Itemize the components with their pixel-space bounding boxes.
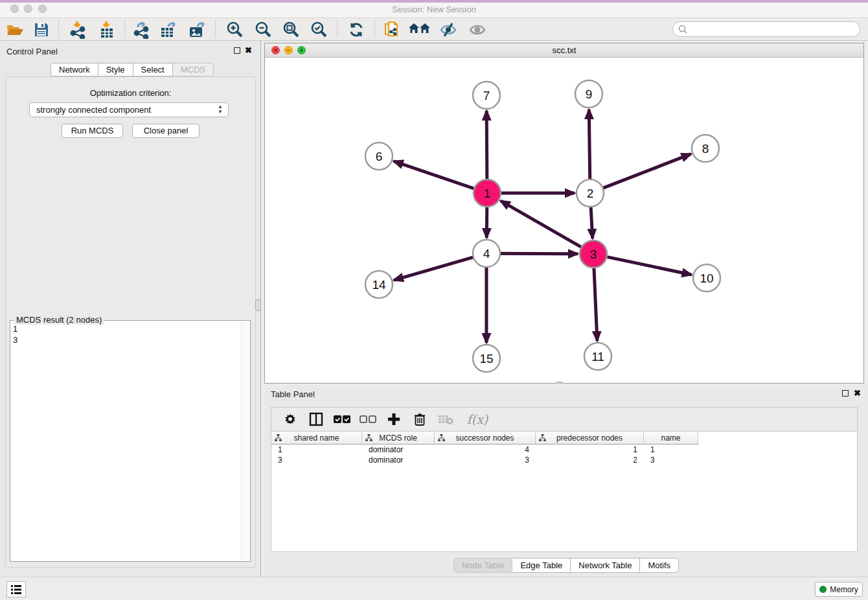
cell-predecessor-nodes[interactable]: 1 <box>536 444 644 455</box>
close-panel-button[interactable]: Close panel <box>132 124 200 138</box>
result-scrollbar[interactable] <box>241 322 249 560</box>
first-neighbors-button[interactable] <box>408 19 431 40</box>
edge-1-6[interactable] <box>394 161 474 189</box>
tab-node-table[interactable]: Node Table <box>453 558 513 573</box>
column-header-predecessor-nodes[interactable]: predecessor nodes <box>536 432 644 444</box>
network-resize-handle[interactable] <box>556 382 563 384</box>
delete-table-button[interactable] <box>437 411 454 428</box>
node-label-4: 4 <box>483 247 490 260</box>
export-network-icon <box>133 21 151 39</box>
tab-edge-table[interactable]: Edge Table <box>512 558 571 573</box>
open-session-button[interactable] <box>3 19 27 40</box>
hide-selected-button[interactable] <box>437 19 460 40</box>
tab-select[interactable]: Select <box>133 63 173 76</box>
zoom-in-icon <box>225 21 244 39</box>
table-tabs: Node TableEdge TableNetwork TableMotifs <box>264 558 868 573</box>
delete-column-button[interactable] <box>411 411 428 428</box>
column-label: MCDS role <box>379 433 417 443</box>
column-header-name[interactable]: name <box>644 432 698 444</box>
network-window-titlebar[interactable]: × − + scc.txt <box>265 43 863 58</box>
zoom-fit-button[interactable] <box>279 19 303 40</box>
select-all-button[interactable] <box>334 411 350 428</box>
cell-MCDS-role[interactable]: dominator <box>362 455 435 465</box>
toggle-panes-button[interactable] <box>308 411 325 428</box>
edge-3-1[interactable] <box>501 201 582 248</box>
cell-successor-nodes[interactable]: 3 <box>435 455 536 465</box>
import-network-button[interactable] <box>67 19 90 40</box>
edge-1-7[interactable] <box>486 111 487 179</box>
export-network-button[interactable] <box>130 19 154 40</box>
tab-style[interactable]: Style <box>98 63 133 76</box>
optimization-criterion-select[interactable]: strongly connected component ▲▼ <box>29 102 229 117</box>
cell-MCDS-role[interactable]: dominator <box>362 444 435 455</box>
cell-name[interactable]: 3 <box>644 455 698 465</box>
edge-3-10[interactable] <box>607 257 692 275</box>
tab-network[interactable]: Network <box>51 63 98 76</box>
tab-mcds[interactable]: MCDS <box>173 63 214 76</box>
deselect-all-button[interactable] <box>360 411 376 428</box>
edge-2-9[interactable] <box>589 110 589 179</box>
zoom-selected-button[interactable] <box>307 19 330 40</box>
network-canvas-svg[interactable]: 7968124314101511 <box>265 58 863 383</box>
cell-name[interactable]: 1 <box>644 444 698 455</box>
edge-4-14[interactable] <box>394 257 474 281</box>
tab-network-table[interactable]: Network Table <box>571 558 640 573</box>
node-label-10: 10 <box>700 271 713 285</box>
cell-predecessor-nodes[interactable]: 2 <box>536 455 644 465</box>
table-settings-button[interactable] <box>282 411 299 428</box>
status-bar: Memory <box>0 577 868 600</box>
cell-successor-nodes[interactable]: 4 <box>435 444 536 455</box>
close-table-panel-icon[interactable]: ✖ <box>854 388 861 398</box>
export-table-button[interactable] <box>157 19 181 40</box>
table-row[interactable]: 3dominator323 <box>271 455 857 465</box>
zoom-in-button[interactable] <box>223 19 246 40</box>
toolbar-separator <box>58 21 59 38</box>
plus-icon <box>387 413 400 426</box>
import-table-button[interactable] <box>95 19 119 40</box>
node-table[interactable]: shared nameMCDS rolesuccessor nodesprede… <box>271 431 858 552</box>
zoom-out-button[interactable] <box>251 19 275 40</box>
open-folder-icon <box>6 22 24 38</box>
control-panel-tabs: NetworkStyleSelectMCDS <box>51 63 214 76</box>
edge-2-3[interactable] <box>591 207 593 238</box>
panel-splitter-handle[interactable] <box>255 299 261 311</box>
add-column-button[interactable] <box>385 411 402 428</box>
clone-network-button[interactable] <box>380 19 404 40</box>
memory-button[interactable]: Memory <box>815 582 863 597</box>
column-header-MCDS-role[interactable]: MCDS role <box>362 432 435 444</box>
node-label-9: 9 <box>586 87 593 101</box>
run-mcds-button[interactable]: Run MCDS <box>62 124 123 138</box>
edge-2-8[interactable] <box>603 154 691 189</box>
titlebar[interactable]: Session: New Session <box>0 3 868 18</box>
show-all-button[interactable] <box>466 19 489 40</box>
save-session-button[interactable] <box>30 19 53 40</box>
cell-shared-name[interactable]: 3 <box>271 455 362 465</box>
edge-4-3[interactable] <box>500 253 578 254</box>
edge-3-11[interactable] <box>594 268 597 341</box>
column-header-shared-name[interactable]: shared name <box>271 432 362 444</box>
float-panel-icon[interactable] <box>234 47 240 54</box>
task-history-button[interactable] <box>6 581 26 597</box>
hierarchy-icon <box>275 434 282 441</box>
close-panel-icon[interactable]: ✖ <box>245 45 252 55</box>
search-input[interactable] <box>687 24 860 34</box>
zoom-out-icon <box>254 21 272 39</box>
list-icon <box>10 584 22 595</box>
refresh-button[interactable] <box>345 19 368 40</box>
eye-icon <box>468 22 487 38</box>
edge-1-4[interactable] <box>486 207 487 238</box>
window-title: Session: New Session <box>0 5 868 14</box>
control-panel: Control Panel ✖ NetworkStyleSelectMCDS O… <box>0 41 261 577</box>
mcds-result-text[interactable]: 1 3 <box>13 323 240 559</box>
toolbar-separator <box>374 21 375 38</box>
float-table-panel-icon[interactable] <box>842 390 849 397</box>
search-box[interactable] <box>672 21 860 37</box>
function-builder-button[interactable]: f(x) <box>463 411 492 428</box>
save-icon <box>34 22 49 38</box>
export-image-button[interactable] <box>186 19 209 40</box>
cell-shared-name[interactable]: 1 <box>271 444 362 455</box>
tab-motifs[interactable]: Motifs <box>640 558 679 573</box>
column-header-successor-nodes[interactable]: successor nodes <box>435 432 536 444</box>
trash-icon <box>414 413 426 426</box>
table-row[interactable]: 1dominator411 <box>271 444 857 455</box>
